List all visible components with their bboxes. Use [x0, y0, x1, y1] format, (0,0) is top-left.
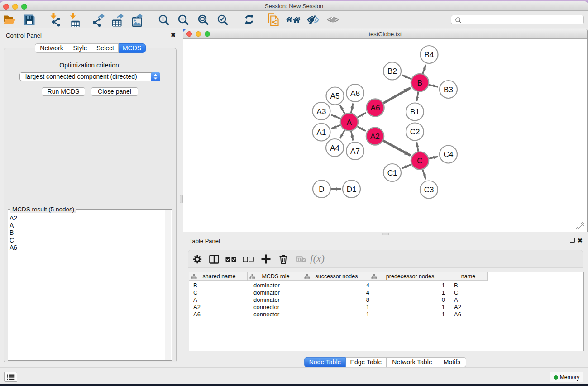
- svg-text:A3: A3: [317, 107, 326, 116]
- svg-text:B3: B3: [444, 86, 453, 94]
- svg-text:A2: A2: [370, 132, 380, 141]
- svg-text:C2: C2: [410, 128, 420, 136]
- svg-text:B1: B1: [410, 108, 420, 116]
- svg-text:A1: A1: [317, 128, 326, 137]
- svg-text:B: B: [417, 79, 422, 87]
- svg-text:D1: D1: [347, 185, 357, 194]
- svg-text:A4: A4: [330, 144, 339, 152]
- svg-text:C3: C3: [424, 186, 434, 194]
- svg-text:C: C: [417, 157, 422, 165]
- svg-text:A8: A8: [350, 89, 360, 98]
- svg-text:B2: B2: [387, 67, 397, 76]
- svg-text:A6: A6: [371, 104, 380, 112]
- svg-text:D: D: [319, 185, 324, 194]
- svg-text:A5: A5: [330, 92, 340, 100]
- svg-text:C4: C4: [444, 150, 454, 159]
- svg-text:A: A: [347, 118, 352, 127]
- svg-text:B4: B4: [425, 51, 434, 59]
- svg-text:A7: A7: [350, 147, 360, 156]
- svg-text:C1: C1: [387, 169, 397, 177]
